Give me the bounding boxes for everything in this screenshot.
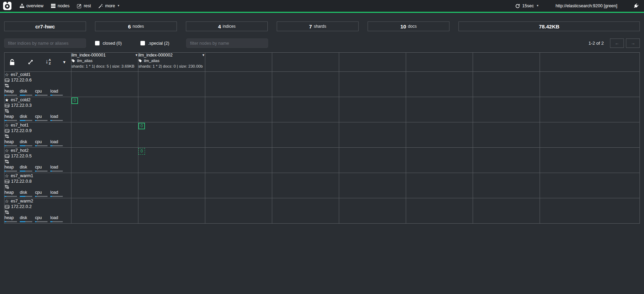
metric-disk: disk: [20, 140, 35, 146]
hdd-icon: [5, 129, 9, 133]
node-name[interactable]: es7_warm2: [11, 199, 33, 204]
node-name-line: ★es7_cold2: [5, 97, 71, 103]
cluster-stats-row: cr7-hwc 6 nodes 4 indices 7 shards 10 do…: [4, 21, 640, 31]
grid-cell: [272, 122, 339, 148]
tag-icon: [138, 59, 142, 63]
replica-shard-box[interactable]: 0: [138, 148, 145, 155]
node-name-line: ☆es7_hot2: [5, 148, 71, 153]
node-row-es7_warm2: ☆es7_warm2172.22.0.2heapdiskcpuload: [5, 198, 640, 224]
grid-cell: [473, 148, 540, 173]
metric-disk: disk: [20, 89, 35, 96]
primary-shard-box[interactable]: 0: [71, 97, 78, 104]
node-ip: 172.22.0.6: [11, 78, 32, 83]
index-header-ilm_index-000001: ilm_index-000001▼ilm_aliasshards: 1 * 1|…: [71, 53, 138, 72]
nav-rest[interactable]: rest: [73, 3, 95, 8]
nav-overview[interactable]: overview: [16, 3, 47, 8]
index-alias: ilm_alias: [138, 59, 205, 63]
grid-cell: 0: [138, 148, 205, 173]
special-checkbox[interactable]: [140, 41, 145, 45]
grid-menu-caret-icon[interactable]: ▼: [62, 60, 66, 64]
hdd-icon: [5, 104, 9, 107]
metric-label-disk: disk: [20, 165, 35, 170]
metric-load: load: [50, 216, 66, 222]
index-name[interactable]: ilm_index-000001: [71, 53, 106, 58]
grid-cell: [138, 97, 205, 122]
primary-shard-box[interactable]: 0: [138, 123, 145, 129]
node-flags-line: [5, 108, 71, 114]
nav-more[interactable]: more ▼: [95, 3, 123, 8]
docs-count-box: 10 docs: [368, 21, 449, 31]
nav-nodes[interactable]: nodes: [47, 3, 73, 8]
metric-fill-cpu: [35, 120, 36, 121]
special-indices-toggle[interactable]: .special (2): [140, 41, 186, 46]
indices-count-label: indices: [223, 24, 235, 29]
grid-cell: [71, 148, 138, 173]
nodes-count-label: nodes: [132, 24, 144, 29]
grid-cell: [272, 97, 339, 122]
metric-track-heap: [5, 171, 17, 172]
grid-cell: [339, 72, 406, 97]
pagination-range: 1-2 of 2: [589, 41, 604, 46]
metric-heap: heap: [5, 140, 20, 146]
star-outline-icon: ☆: [5, 148, 9, 153]
node-name[interactable]: es7_cold2: [11, 97, 31, 102]
total-size: 78.42KB: [539, 24, 559, 29]
metric-disk: disk: [20, 216, 35, 222]
grid-cell: [339, 97, 406, 122]
node-cell-es7_hot1: ☆es7_hot1172.22.0.9heapdiskcpuload: [5, 122, 71, 148]
index-title-row: ilm_index-000002▼: [138, 53, 205, 58]
metric-cpu: cpu: [35, 190, 50, 197]
node-name[interactable]: es7_warm1: [11, 173, 33, 178]
node-name[interactable]: es7_hot2: [11, 148, 28, 153]
metric-cpu: cpu: [35, 216, 50, 222]
sitemap-icon: [20, 4, 24, 8]
node-row-es7_cold1: ☆es7_cold1172.22.0.6heapdiskcpuload: [5, 72, 640, 97]
expand-arrows-icon[interactable]: [27, 59, 34, 65]
grid-cell: [406, 198, 473, 224]
grid-cell: [406, 173, 473, 198]
metric-heap: heap: [5, 89, 20, 96]
navbar-right: 15sec ▼ http://elasticsearch:9200 [green…: [515, 3, 638, 9]
index-menu-caret-icon[interactable]: ▼: [135, 53, 138, 57]
grid-cell: [540, 198, 640, 224]
sort-alpha-icon[interactable]: ↓ A Z: [45, 59, 51, 66]
hdd-icon: [5, 180, 9, 183]
metric-label-disk: disk: [20, 114, 35, 119]
grid-cell: [138, 173, 205, 198]
metric-track-cpu: [35, 171, 48, 172]
unlock-icon[interactable]: [9, 59, 16, 66]
prev-page-button[interactable]: ←: [610, 38, 624, 48]
node-name[interactable]: es7_cold1: [11, 72, 31, 77]
refresh-interval-dropdown[interactable]: 15sec ▼: [515, 3, 539, 8]
index-menu-caret-icon[interactable]: ▼: [202, 53, 205, 57]
metric-cpu: cpu: [35, 114, 50, 121]
grid-cell: [473, 72, 540, 97]
closed-checkbox[interactable]: [95, 41, 100, 45]
filter-row: closed (0) .special (2) 1-2 of 2 ← →: [4, 38, 640, 48]
metric-track-cpu: [35, 196, 48, 197]
node-flags-line: [5, 133, 71, 139]
grid-cell: [138, 198, 205, 224]
metric-label-load: load: [50, 190, 66, 195]
metric-disk: disk: [20, 114, 35, 121]
filter-indices-input[interactable]: [4, 38, 86, 48]
node-ip-line: 172.22.0.5: [5, 153, 71, 159]
filter-nodes-input[interactable]: [186, 38, 268, 48]
metric-track-disk: [20, 95, 32, 96]
shards-count-box: 7 shards: [277, 21, 359, 31]
next-page-button[interactable]: →: [626, 38, 640, 48]
crop-icon: [5, 134, 9, 138]
metric-label-disk: disk: [20, 89, 35, 94]
cerebro-logo-icon[interactable]: [3, 1, 12, 10]
metric-track-load: [50, 221, 63, 222]
crop-icon: [5, 210, 9, 214]
index-name[interactable]: ilm_index-000002: [138, 53, 173, 58]
metric-track-disk: [20, 196, 32, 197]
grid-cell: [339, 122, 406, 148]
disconnect-plug-icon[interactable]: [633, 3, 638, 9]
closed-indices-toggle[interactable]: closed (0): [95, 41, 140, 46]
metric-track-load: [50, 171, 63, 172]
node-name[interactable]: es7_hot1: [11, 123, 28, 128]
node-name-line: ☆es7_cold1: [5, 72, 71, 77]
nav-more-label: more: [105, 3, 115, 8]
